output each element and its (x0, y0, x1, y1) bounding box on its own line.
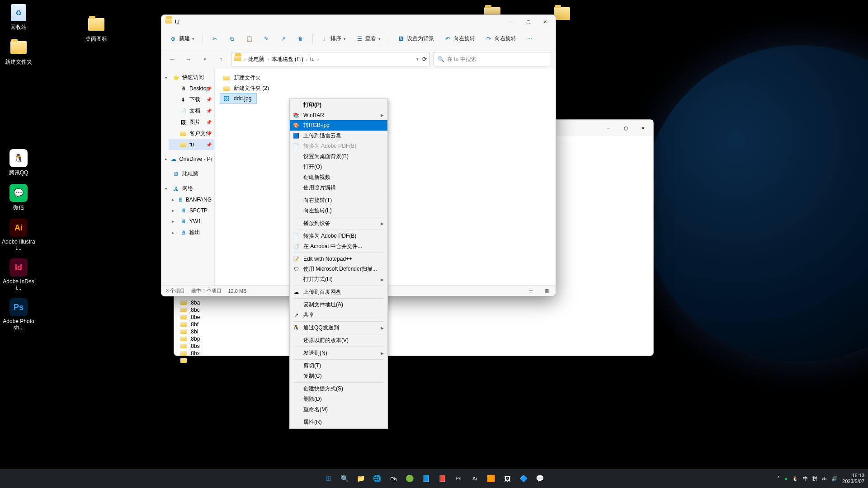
cut-button[interactable]: ✂ (208, 33, 222, 45)
ctx-[interactable]: 创建新视频 (290, 172, 387, 183)
nav-quick-图片[interactable]: 🖼图片📌 (169, 117, 214, 128)
delete-button[interactable]: 🗑 (293, 33, 308, 45)
taskbar-ps-tb[interactable]: Ps (452, 472, 465, 485)
details-view-button[interactable]: ☰ (527, 287, 536, 295)
ctx-AdobePDFB[interactable]: 📄转换为 Adobe PDF(B) (290, 231, 387, 241)
file-item[interactable]: 🖼ddd.jpg (220, 94, 256, 103)
minimize-button[interactable]: ─ (600, 122, 617, 134)
ctx-[interactable]: 播放到设备▶ (290, 218, 387, 229)
nav-quick-access[interactable]: ▾⭐快速访问 (161, 72, 214, 83)
back-button[interactable]: ← (166, 53, 179, 66)
desktop-icon-id[interactable]: IdAdobe InDesi... (2, 257, 35, 293)
taskbar-app3[interactable]: 🟧 (484, 472, 498, 485)
ctx-T[interactable]: 向右旋转(T) (290, 195, 387, 206)
nav-quick-客户文件[interactable]: 客户文件📌 (169, 128, 214, 139)
more-button[interactable]: ⋯ (523, 33, 537, 45)
ctx-T[interactable]: 剪切(T) (290, 361, 387, 371)
tray-wechat-icon[interactable]: ● (784, 476, 788, 481)
paste-button[interactable]: 📋 (242, 33, 256, 45)
tray-chevron-icon[interactable]: ˄ (777, 476, 780, 482)
behind-item[interactable]: .8bf (179, 321, 649, 328)
taskbar-app1[interactable]: 🟢 (403, 472, 416, 485)
ctx-H[interactable]: 打开方式(H)▶ (290, 274, 387, 285)
desktop-icon-tencent-qq[interactable]: 🐧腾讯QQ (2, 147, 35, 178)
behind-item[interactable]: .8bi (179, 328, 649, 335)
tray-network-icon[interactable]: 🖧 (822, 476, 827, 481)
taskbar-explorer[interactable]: 📁 (354, 472, 368, 485)
new-button[interactable]: ⊕新建▾ (166, 32, 198, 45)
file-item[interactable]: 新建文件夹 (220, 73, 264, 83)
behind-item[interactable]: .8bx (179, 350, 649, 357)
share-button[interactable]: ↗ (276, 33, 291, 45)
close-button[interactable]: ✕ (537, 15, 554, 28)
ctx-QQ[interactable]: 🐧通过QQ发送到▶ (290, 323, 387, 333)
ctx-RGBjpg[interactable]: 🎨转RGB-jpg (290, 120, 387, 131)
behind-item[interactable]: .8by (179, 357, 649, 364)
taskbar-wechat-tb[interactable]: 💬 (533, 472, 547, 485)
ctx-MicrosoftDefender[interactable]: 🛡使用 Microsoft Defender扫描... (290, 264, 387, 274)
taskbar-acrobat[interactable]: 📕 (435, 472, 449, 485)
nav-quick-文档[interactable]: 📄文档📌 (169, 105, 214, 117)
taskbar-edge[interactable]: 🌐 (370, 472, 384, 485)
ctx-D[interactable]: 删除(D) (290, 394, 387, 404)
taskbar[interactable]: ⊞🔍📁🌐🛍🟢📘📕PsAi🟧🖼🔷💬 ˄ ● 🐧 中 拼 🖧 🔊 16:13 202… (0, 469, 868, 488)
nav-network[interactable]: ▾🖧网络 (161, 183, 214, 194)
taskbar-store[interactable]: 🛍 (387, 472, 400, 485)
ctx-C[interactable]: 复制(C) (290, 371, 387, 381)
nav-net-SPCTP[interactable]: ▸🖥SPCTP (169, 205, 214, 216)
behind-item[interactable]: .8bp (179, 335, 649, 343)
chevron-down-icon[interactable]: ▾ (416, 57, 419, 61)
taskbar-app4[interactable]: 🖼 (500, 472, 514, 485)
ctx-L[interactable]: 向左旋转(L) (290, 206, 387, 216)
set-background-button[interactable]: 🖼设置为背景 (394, 32, 438, 45)
ctx-WinRAR[interactable]: 📚WinRAR▶ (290, 110, 387, 120)
rename-button[interactable]: ✎ (259, 33, 274, 45)
taskbar-app2[interactable]: 📘 (419, 472, 433, 485)
nav-onedrive[interactable]: ▸☁OneDrive - Persor (161, 154, 214, 164)
desktop-icon-wechat[interactable]: 💬微信 (2, 182, 35, 213)
clock[interactable]: 16:13 2023/5/07 (842, 473, 864, 484)
desktop-icon-recycle[interactable]: 回收站 (2, 2, 35, 33)
behind-item[interactable]: .8bs (179, 343, 649, 350)
taskbar-ai-tb[interactable]: Ai (468, 472, 481, 485)
sort-button[interactable]: ↕排序▾ (317, 32, 349, 45)
behind-item[interactable]: .8be (179, 314, 649, 321)
up-button[interactable]: ↑ (215, 53, 227, 66)
rotate-right-button[interactable]: ↷向右旋转 (481, 32, 520, 45)
view-button[interactable]: ☰查看▾ (352, 32, 384, 45)
file-item[interactable]: 新建文件夹 (2) (220, 83, 272, 94)
ctx-V[interactable]: 还原以前的版本(V) (290, 335, 387, 346)
copy-button[interactable]: ⧉ (225, 33, 239, 45)
nav-quick-Desktop[interactable]: 🖥Desktop📌 (169, 83, 214, 94)
ctx-R[interactable]: 属性(R) (290, 417, 387, 427)
address-bar[interactable]: › 此电脑 › 本地磁盘 (F:) › tu › ▾ ⟳ (231, 52, 430, 66)
nav-pane[interactable]: ▾⭐快速访问 🖥Desktop📌⬇下载📌📄文档📌🖼图片📌客户文件📌tu📌 ▸☁O… (161, 69, 215, 285)
maximize-button[interactable]: ▢ (519, 15, 537, 28)
ctx-O[interactable]: 打开(O) (290, 162, 387, 172)
breadcrumb-this-pc[interactable]: 此电脑 (246, 55, 266, 64)
refresh-button[interactable]: ⟳ (422, 56, 427, 62)
search-input[interactable]: 🔍 在 tu 中搜索 (434, 52, 551, 66)
breadcrumb-drive[interactable]: 本地磁盘 (F:) (270, 55, 305, 64)
nav-quick-tu[interactable]: tu📌 (169, 139, 214, 150)
forward-button[interactable]: → (182, 53, 195, 66)
ctx-[interactable]: 🟦上传到迅雷云盘 (290, 131, 387, 141)
taskbar-app5[interactable]: 🔷 (517, 472, 530, 485)
maximize-button[interactable]: ▢ (617, 122, 634, 134)
taskbar-start[interactable]: ⊞ (321, 472, 335, 485)
nav-this-pc[interactable]: 🖥此电脑 (161, 168, 214, 179)
nav-net-YW1[interactable]: ▸🖥YW1 (169, 216, 214, 227)
ctx-[interactable]: ↗共享 (290, 310, 387, 320)
nav-net-输出[interactable]: ▸🖥输出 (169, 227, 214, 238)
tray-qq-icon[interactable]: 🐧 (792, 476, 798, 482)
behind-item[interactable]: .8bc (179, 306, 649, 314)
icons-view-button[interactable]: ▦ (542, 287, 551, 295)
nav-net-BANFANG[interactable]: ▸🖥BANFANG (169, 194, 214, 205)
titlebar[interactable]: tu ─ ▢ ✕ (161, 15, 556, 28)
taskbar-search[interactable]: 🔍 (338, 472, 351, 485)
ctx-EditwithNotepad[interactable]: 📝Edit with Notepad++ (290, 254, 387, 264)
ctx-N[interactable]: 发送到(N)▶ (290, 348, 387, 358)
ctx-S[interactable]: 创建快捷方式(S) (290, 384, 387, 394)
ctx-[interactable]: ☁上传到百度网盘 (290, 287, 387, 297)
ime-lang[interactable]: 中 (803, 475, 808, 482)
